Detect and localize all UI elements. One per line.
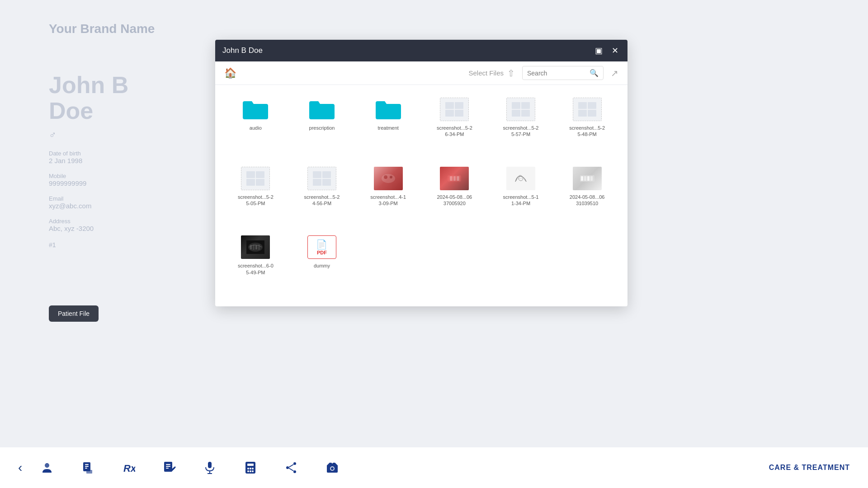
- nav-patient-file-icon[interactable]: [40, 461, 54, 474]
- search-icon: 🔍: [590, 69, 599, 77]
- svg-rect-12: [587, 176, 590, 181]
- svg-point-40: [247, 470, 249, 472]
- file-screenshot-1[interactable]: screenshot...5-26-34-PM: [423, 94, 486, 160]
- nav-share-icon[interactable]: [284, 461, 298, 474]
- file-screenshot-4[interactable]: screenshot...5-25-05-PM: [224, 163, 287, 229]
- svg-rect-24: [85, 466, 89, 467]
- select-files-button[interactable]: Select Files ⇧: [468, 68, 515, 79]
- svg-rect-32: [208, 462, 212, 468]
- svg-rect-6: [457, 176, 459, 181]
- svg-rect-26: [86, 470, 92, 474]
- file-screenshot-2[interactable]: screenshot...5-25-57-PM: [490, 94, 552, 160]
- svg-point-38: [250, 468, 251, 469]
- file-dental-white[interactable]: 2024-05-08...0631039510: [556, 163, 618, 229]
- file-grid: audio prescription treatment: [215, 85, 627, 306]
- nav-prescription-icon[interactable]: Rx: [122, 461, 135, 474]
- patient-file-button[interactable]: Patient File: [49, 305, 99, 322]
- nav-documents-icon[interactable]: [81, 461, 94, 474]
- gender-icon: ♂: [49, 129, 203, 141]
- svg-line-47: [289, 468, 293, 471]
- svg-rect-31: [166, 468, 169, 469]
- nav-microphone-icon[interactable]: [203, 461, 217, 474]
- folder-treatment-label: treatment: [377, 125, 398, 131]
- svg-line-46: [289, 465, 293, 467]
- mobile-row: Mobile 9999999999: [49, 173, 203, 187]
- address-row: Address Abc, xyz -3200: [49, 218, 203, 232]
- upload-icon: ⇧: [507, 68, 515, 79]
- file-label-2: screenshot...5-25-57-PM: [503, 125, 539, 138]
- maximize-button[interactable]: ▣: [593, 45, 604, 56]
- svg-rect-11: [584, 176, 586, 181]
- file-label-6: screenshot...4-13-09-PM: [370, 194, 406, 207]
- email-row: Email xyz@abc.com: [49, 195, 203, 210]
- file-label-1: screenshot...5-26-34-PM: [436, 125, 472, 138]
- file-screenshot-5[interactable]: screenshot...5-24-56-PM: [291, 163, 354, 229]
- search-box: 🔍: [522, 66, 604, 80]
- svg-rect-13: [590, 176, 593, 181]
- svg-text:Rx: Rx: [123, 463, 135, 474]
- care-treatment-label: CARE & TREATMENT: [769, 464, 850, 472]
- file-dental-1[interactable]: screenshot...4-13-09-PM: [357, 163, 420, 229]
- svg-point-45: [293, 470, 296, 473]
- home-icon[interactable]: 🏠: [224, 67, 236, 79]
- svg-point-0: [382, 174, 395, 183]
- bottom-nav: ‹ Rx: [0, 447, 868, 488]
- nav-notes-icon[interactable]: [162, 461, 176, 474]
- modal-toolbar: 🏠 Select Files ⇧ 🔍 ↗: [215, 61, 627, 85]
- svg-point-42: [252, 470, 254, 472]
- select-files-label: Select Files: [468, 69, 504, 77]
- file-label-4: screenshot...5-25-05-PM: [237, 194, 274, 207]
- svg-point-37: [247, 468, 249, 469]
- file-label-5: screenshot...5-24-56-PM: [304, 194, 340, 207]
- svg-rect-10: [581, 176, 583, 181]
- folder-treatment[interactable]: treatment: [357, 94, 420, 160]
- modal-header-controls: ▣ ✕: [593, 45, 620, 56]
- brand-name: Your Brand Name: [49, 22, 155, 36]
- file-sketch[interactable]: screenshot...5-11-34-PM: [490, 163, 552, 229]
- svg-rect-18: [255, 245, 257, 249]
- file-label-7: 2024-05-08...0637005920: [436, 194, 472, 207]
- folder-prescription[interactable]: prescription: [291, 94, 354, 160]
- svg-point-2: [390, 176, 392, 178]
- file-screenshot-3[interactable]: screenshot...5-25-48-PM: [556, 94, 618, 160]
- file-pdf-label: dummy: [314, 263, 330, 269]
- close-button[interactable]: ✕: [609, 45, 620, 56]
- folder-audio-label: audio: [250, 125, 262, 131]
- file-xray[interactable]: screenshot...6-05-49-PM: [224, 232, 287, 297]
- file-label-9: 2024-05-08...0631039510: [569, 194, 605, 207]
- search-input[interactable]: [527, 70, 587, 77]
- file-label-3: screenshot...5-25-48-PM: [569, 125, 605, 138]
- modal-header: John B Doe ▣ ✕: [215, 40, 627, 61]
- svg-point-43: [293, 462, 296, 465]
- svg-point-41: [250, 470, 251, 472]
- svg-rect-30: [166, 466, 170, 467]
- svg-rect-5: [453, 176, 456, 181]
- nav-calculator-icon[interactable]: [244, 461, 257, 474]
- file-explorer-modal: John B Doe ▣ ✕ 🏠 Select Files ⇧ 🔍 ↗ au: [215, 40, 627, 306]
- svg-point-49: [331, 467, 334, 470]
- folder-prescription-label: prescription: [309, 125, 335, 131]
- file-pdf-dummy[interactable]: 📄 PDF dummy: [291, 232, 354, 297]
- file-label-10: screenshot...6-05-49-PM: [237, 263, 274, 276]
- svg-rect-4: [450, 176, 453, 181]
- file-dental-2[interactable]: 2024-05-08...0637005920: [423, 163, 486, 229]
- svg-rect-25: [85, 468, 87, 469]
- dob-row: Date of birth 2 Jan 1998: [49, 150, 203, 164]
- svg-point-1: [384, 175, 387, 179]
- folder-audio[interactable]: audio: [224, 94, 287, 160]
- patient-id: #1: [49, 241, 203, 249]
- svg-point-44: [286, 466, 289, 469]
- file-label-8: screenshot...5-11-34-PM: [503, 194, 539, 207]
- svg-rect-21: [45, 464, 49, 467]
- nav-icons: Rx: [40, 461, 769, 474]
- svg-rect-36: [247, 464, 254, 466]
- patient-sidebar: John B Doe ♂ Date of birth 2 Jan 1998 Mo…: [49, 72, 203, 249]
- modal-title: John B Doe: [222, 46, 263, 55]
- svg-rect-29: [166, 464, 170, 465]
- patient-name: John B Doe: [49, 72, 203, 124]
- svg-point-39: [252, 468, 254, 469]
- external-link-icon[interactable]: ↗: [611, 68, 618, 79]
- pdf-icon: 📄 PDF: [307, 235, 336, 259]
- nav-camera-icon[interactable]: [325, 461, 340, 474]
- back-button[interactable]: ‹: [18, 460, 22, 475]
